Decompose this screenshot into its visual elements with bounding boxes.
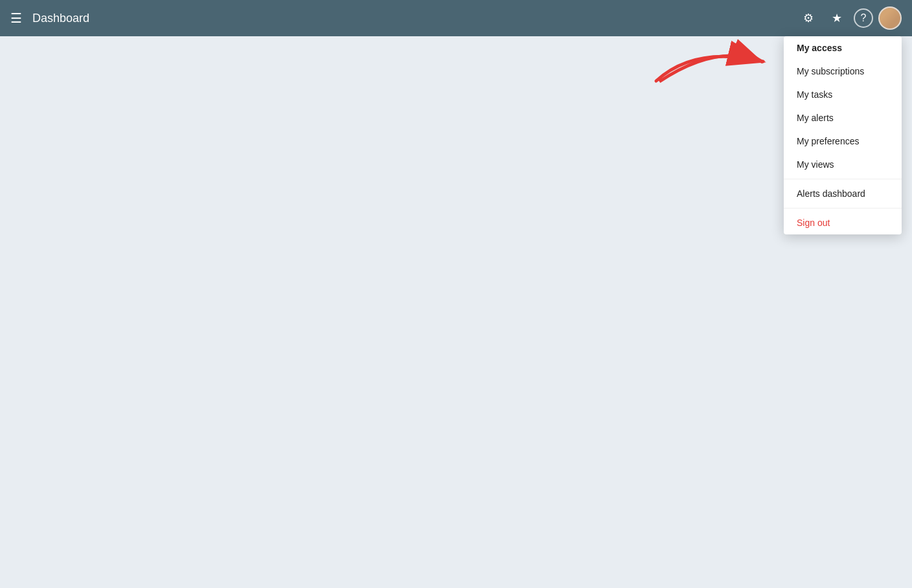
dropdown-my-preferences[interactable]: My preferences xyxy=(784,130,902,153)
dropdown-my-views[interactable]: My views xyxy=(784,153,902,176)
settings-button[interactable]: ⚙ xyxy=(797,6,820,30)
dropdown-my-alerts[interactable]: My alerts xyxy=(784,106,902,130)
dropdown-alerts-dashboard[interactable]: Alerts dashboard xyxy=(784,182,902,205)
dropdown-my-subscriptions[interactable]: My subscriptions xyxy=(784,60,902,83)
help-button[interactable]: ? xyxy=(854,8,873,28)
dropdown-my-access[interactable]: My access xyxy=(784,36,902,60)
menu-icon[interactable]: ☰ xyxy=(10,10,22,26)
avatar[interactable] xyxy=(878,6,902,30)
main-layout xyxy=(0,36,912,588)
topbar-icons: ⚙ ★ ? xyxy=(797,6,902,30)
dropdown-my-tasks[interactable]: My tasks xyxy=(784,83,902,106)
favorites-button[interactable]: ★ xyxy=(825,6,849,30)
topbar: ☰ Dashboard ⚙ ★ ? xyxy=(0,0,912,36)
dropdown-sign-out[interactable]: Sign out xyxy=(784,211,902,234)
app-title: Dashboard xyxy=(32,12,797,25)
dropdown-menu: My access My subscriptions My tasks My a… xyxy=(784,36,902,234)
dropdown-divider xyxy=(784,179,902,179)
dropdown-divider-2 xyxy=(784,208,902,209)
